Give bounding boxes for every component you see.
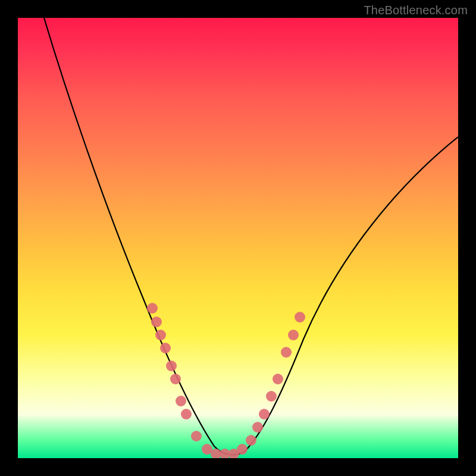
chart-frame: TheBottleneck.com	[0, 0, 476, 476]
data-point	[181, 409, 192, 419]
data-point	[176, 396, 186, 406]
data-point	[273, 374, 283, 384]
plot-area	[18, 18, 458, 458]
data-point	[266, 391, 277, 402]
data-point	[166, 361, 177, 371]
bottleneck-curve	[44, 18, 458, 455]
data-point	[155, 330, 166, 340]
data-point	[151, 317, 162, 327]
data-point	[246, 435, 256, 446]
data-point	[191, 431, 202, 441]
data-point	[259, 409, 270, 419]
data-point	[147, 303, 158, 314]
watermark-text: TheBottleneck.com	[364, 4, 468, 17]
data-point	[288, 330, 299, 340]
data-point	[295, 312, 305, 322]
chart-svg	[18, 18, 458, 458]
data-point	[252, 422, 263, 433]
data-point	[281, 347, 292, 358]
data-points-group	[147, 303, 305, 458]
data-point	[170, 374, 181, 384]
data-point	[237, 444, 248, 455]
data-point	[160, 343, 171, 353]
